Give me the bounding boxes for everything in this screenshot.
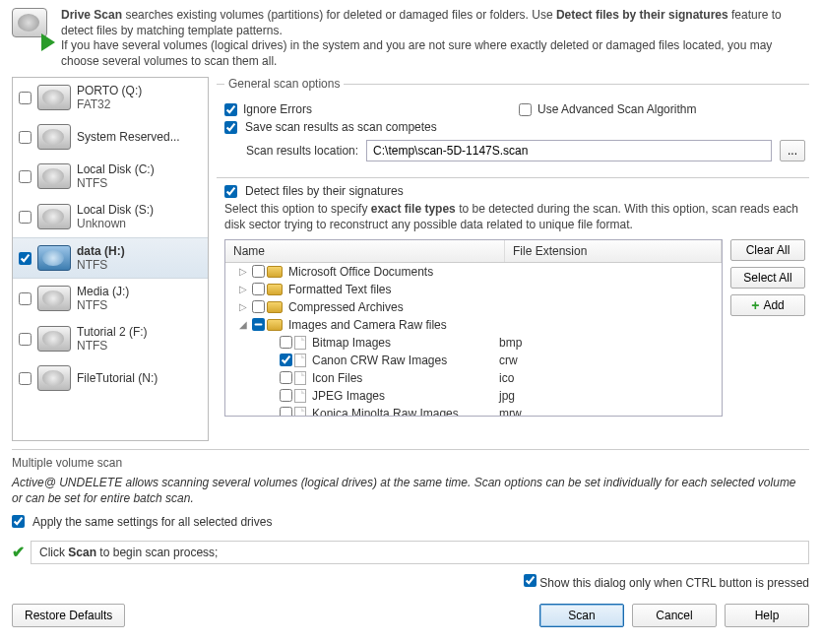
tree-checkbox[interactable] <box>280 371 292 384</box>
volume-item[interactable]: Local Disk (S:)Unknown <box>13 197 208 237</box>
tree-checkbox[interactable] <box>252 283 265 295</box>
volume-checkbox[interactable] <box>19 292 32 305</box>
expand-arrow-icon[interactable]: ▷ <box>237 284 249 294</box>
ignore-errors-label: Ignore Errors <box>243 102 312 116</box>
scan-button[interactable]: Scan <box>539 604 624 627</box>
tree-row[interactable]: ◢Images and Camera Raw files <box>225 316 722 334</box>
show-dialog-option[interactable]: Show this dialog only when CTRL button i… <box>524 576 809 590</box>
header-text: Drive Scan searches existing volumes (pa… <box>61 8 809 69</box>
tree-item-name: Canon CRW Raw Images <box>312 354 499 367</box>
volume-item[interactable]: Media (J:)NTFS <box>13 279 208 319</box>
volume-label: Media (J:) <box>77 285 129 298</box>
folder-icon <box>267 266 283 278</box>
restore-defaults-button[interactable]: Restore Defaults <box>12 604 125 627</box>
tree-item-name: Microsoft Office Documents <box>288 265 499 279</box>
volume-fs: NTFS <box>77 298 129 312</box>
volume-item[interactable]: PORTO (Q:)FAT32 <box>13 78 208 118</box>
select-all-button[interactable]: Select All <box>730 267 805 289</box>
file-icon <box>294 336 306 350</box>
volume-item[interactable]: data (H:)NTFS <box>13 237 208 279</box>
volume-label: data (H:) <box>77 244 125 258</box>
drive-icon <box>37 365 71 391</box>
tree-checkbox[interactable] <box>252 318 265 331</box>
results-location-input[interactable] <box>366 140 772 161</box>
tree-row[interactable]: ▷Compressed Archives <box>225 298 722 316</box>
file-icon <box>294 354 306 367</box>
add-button[interactable]: +Add <box>730 294 805 316</box>
col-ext-header[interactable]: File Extension <box>505 240 722 262</box>
volume-label: Local Disk (C:) <box>77 162 155 176</box>
clear-all-button[interactable]: Clear All <box>730 239 805 261</box>
volume-checkbox[interactable] <box>19 131 32 144</box>
tree-checkbox[interactable] <box>280 354 292 366</box>
tree-row[interactable]: ▷Microsoft Office Documents <box>225 263 722 281</box>
show-dialog-checkbox[interactable] <box>524 574 537 587</box>
col-name-header[interactable]: Name <box>225 240 505 262</box>
drive-icon <box>37 85 71 110</box>
tree-row[interactable]: Bitmap Imagesbmp <box>225 334 722 352</box>
tree-checkbox[interactable] <box>280 389 292 402</box>
volume-fs: NTFS <box>77 176 155 190</box>
volume-checkbox[interactable] <box>19 92 32 104</box>
tree-checkbox[interactable] <box>252 265 265 278</box>
tree-row[interactable]: Canon CRW Raw Imagescrw <box>225 352 722 369</box>
volume-checkbox[interactable] <box>19 170 32 183</box>
tree-item-name: JPEG Images <box>312 389 499 403</box>
volume-label: Tutorial 2 (F:) <box>77 325 148 339</box>
same-settings-label: Apply the same settings for all selected… <box>32 515 272 529</box>
advanced-scan-checkbox[interactable] <box>519 103 532 116</box>
volume-fs: NTFS <box>77 339 148 353</box>
drive-icon <box>37 163 71 189</box>
tree-header: Name File Extension <box>225 240 722 263</box>
expand-arrow-icon[interactable]: ◢ <box>237 319 249 330</box>
volume-checkbox[interactable] <box>19 333 32 346</box>
cancel-button[interactable]: Cancel <box>632 604 717 627</box>
tree-item-name: Compressed Archives <box>288 300 499 314</box>
volume-checkbox[interactable] <box>19 252 32 265</box>
check-icon: ✔ <box>12 543 25 561</box>
drive-icon <box>37 124 71 150</box>
tree-row[interactable]: JPEG Imagesjpg <box>225 387 722 405</box>
signature-detection-section: Detect files by their signatures Select … <box>217 177 809 419</box>
expand-arrow-icon[interactable]: ▷ <box>237 266 249 277</box>
expand-arrow-icon[interactable]: ▷ <box>237 301 249 312</box>
tree-checkbox[interactable] <box>280 407 292 416</box>
volume-item[interactable]: System Reserved... <box>13 118 208 157</box>
dialog-header: Drive Scan searches existing volumes (pa… <box>12 4 809 77</box>
header-title: Drive Scan <box>61 8 122 22</box>
volume-label: System Reserved... <box>77 130 180 144</box>
detect-signatures-label: Detect files by their signatures <box>245 184 404 198</box>
file-types-tree[interactable]: Name File Extension ▷Microsoft Office Do… <box>224 239 723 417</box>
volume-fs: Unknown <box>77 217 154 230</box>
detect-signatures-checkbox[interactable] <box>224 185 237 198</box>
volume-item[interactable]: Local Disk (C:)NTFS <box>13 157 208 197</box>
folder-icon <box>267 319 283 331</box>
tree-item-name: Formatted Text files <box>288 283 499 296</box>
tree-item-ext: crw <box>499 354 716 367</box>
tree-row[interactable]: Icon Filesico <box>225 369 722 387</box>
general-scan-options: General scan options Ignore Errors Use A… <box>217 77 809 169</box>
drive-scan-icon <box>12 8 51 47</box>
volume-checkbox[interactable] <box>19 372 32 385</box>
volume-item[interactable]: Tutorial 2 (F:)NTFS <box>13 319 208 359</box>
browse-button[interactable]: ... <box>780 140 805 161</box>
volume-item[interactable]: FileTutorial (N:) <box>13 359 208 398</box>
same-settings-checkbox[interactable] <box>12 515 25 528</box>
volume-fs: FAT32 <box>77 97 142 111</box>
multiple-volume-scan-section: Multiple volume scan Active@ UNDELETE al… <box>12 449 809 528</box>
help-button[interactable]: Help <box>725 604 809 627</box>
volume-checkbox[interactable] <box>19 211 32 224</box>
tree-checkbox[interactable] <box>252 300 265 313</box>
save-results-checkbox[interactable] <box>224 121 237 134</box>
ignore-errors-checkbox[interactable] <box>224 103 237 116</box>
volume-list[interactable]: PORTO (Q:)FAT32System Reserved...Local D… <box>12 77 209 441</box>
tree-row[interactable]: ▷Formatted Text files <box>225 281 722 298</box>
volume-fs: NTFS <box>77 258 125 272</box>
tree-checkbox[interactable] <box>280 336 292 349</box>
tree-row[interactable]: Konica Minolta Raw Imagesmrw <box>225 405 722 416</box>
drive-icon <box>37 286 71 311</box>
drive-icon <box>37 245 71 271</box>
volume-label: PORTO (Q:) <box>77 84 142 97</box>
results-location-label: Scan results location: <box>246 144 358 158</box>
advanced-scan-label: Use Advanced Scan Algorithm <box>537 102 696 116</box>
